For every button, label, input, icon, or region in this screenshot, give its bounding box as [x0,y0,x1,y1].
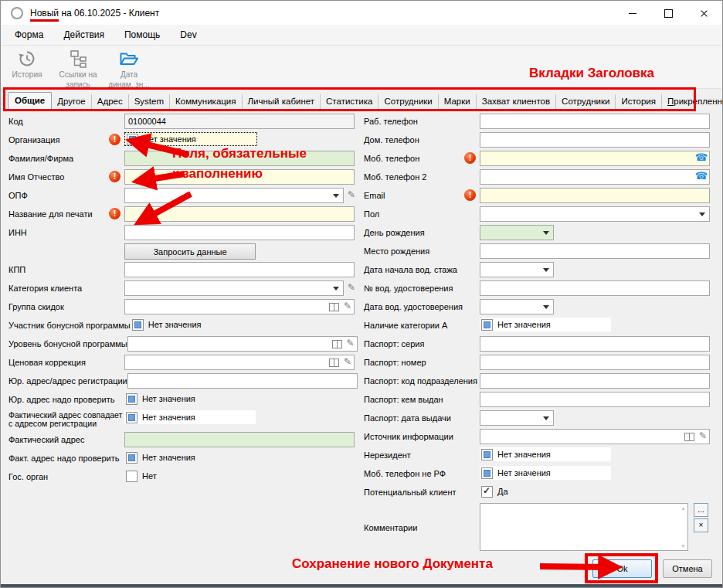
bonus-level-lookup-field[interactable] [127,336,358,352]
opf-dropdown[interactable] [124,188,344,203]
phone-icon[interactable]: ☎ [695,170,708,182]
fact-address-check-checkbox[interactable] [126,452,137,464]
tab-10[interactable]: Сотрудники [556,94,616,109]
mobile-phone-2-field[interactable] [480,169,710,185]
comments-more-button[interactable]: ... [694,503,708,517]
gov-org-checkbox[interactable] [126,471,137,482]
dropdown-arrow-icon[interactable] [543,268,549,275]
toolbar-date-dynamic-button[interactable]: Дата динам. зн... [104,46,154,89]
passport-unit-code-field[interactable] [480,373,710,389]
lookup-book-icon[interactable] [332,340,342,348]
dropdown-arrow-icon[interactable] [543,305,549,312]
fact-address-field[interactable] [124,432,355,447]
mobile-not-rf-checkbox[interactable] [481,467,493,479]
legal-address-check-checkbox[interactable] [126,393,137,405]
code-field[interactable] [124,114,355,129]
passport-number-field[interactable] [480,355,710,370]
work-phone-label: Раб. телефон [364,117,480,126]
tab-11[interactable]: История [616,94,662,109]
dropdown-arrow-icon[interactable] [543,231,549,238]
maximize-button[interactable] [650,2,686,25]
edit-pencil-icon[interactable]: ✎ [699,430,707,441]
tab-4[interactable]: Коммуникация [170,94,242,109]
tab-8[interactable]: Марки [439,94,477,109]
price-correction-lookup-field[interactable] [124,355,355,370]
fact-address-same-control: Нет значения [124,410,359,429]
ok-button[interactable]: Ok [592,559,652,578]
category-a-checkbox[interactable] [481,319,493,331]
comments-textarea[interactable]: ▲▼ [480,503,688,551]
dropdown-arrow-icon[interactable] [543,416,549,423]
edit-pencil-icon[interactable]: ✎ [347,338,355,348]
lookup-book-icon[interactable] [329,359,339,367]
nonresident-checkbox[interactable] [481,449,493,461]
client-category-dropdown[interactable] [124,280,344,296]
edit-pencil-icon[interactable]: ✎ [344,356,351,367]
driving-license-no-field[interactable] [480,280,710,296]
menu-deystviya[interactable]: Действия [53,26,114,43]
close-button[interactable] [686,2,721,25]
gov-org-checkbox-label: Нет [142,471,157,481]
organization-checkbox-area: Нет значения [124,132,257,146]
menu-dev[interactable]: Dev [170,26,206,43]
lookup-book-icon[interactable] [329,303,339,311]
info-source-lookup-field[interactable] [480,429,710,444]
gender-dropdown[interactable] [480,206,710,222]
tab-1[interactable]: Другое [52,94,92,109]
comments-clear-button[interactable]: × [694,518,708,532]
dropdown-arrow-icon[interactable] [333,287,339,294]
menu-pomosch[interactable]: Помощь [114,26,170,43]
cancel-button[interactable]: Отмена [663,559,712,578]
dropdown-arrow-icon[interactable] [699,212,705,219]
organization-checkbox[interactable] [127,134,138,145]
request-data-button[interactable]: Запросить данные [124,243,256,260]
nonresident-checkbox-label: Нет значения [497,450,551,459]
fact-address-same-checkbox[interactable] [126,412,137,423]
edit-pencil-icon[interactable]: ✎ [344,301,351,311]
birthplace-field[interactable] [480,243,710,259]
edit-pencil-icon[interactable]: ✎ [348,189,355,200]
inn-field[interactable] [124,225,355,240]
legal-address-input-wrap [127,373,358,389]
window-bottom-edge [1,584,722,587]
client-form-window: Новый на 06.10.2025 - Клиент Форма Дейст… [0,0,723,588]
scroll-up-icon[interactable]: ▲ [681,505,686,511]
tab-5[interactable]: Личный кабинет [243,94,321,109]
inn-label: ИНН [8,228,124,237]
legal-address-control [127,373,359,389]
tab-6[interactable]: Статистика [321,94,378,109]
menu-forma[interactable]: Форма [5,26,53,43]
mobile-phone-field[interactable] [480,151,710,166]
discount-group-row: Группа скидок✎ [5,299,359,314]
tab-0-active[interactable]: Общие [8,92,52,109]
passport-unit-code-label: Паспорт: код подразделения [364,376,480,386]
legal-address-field[interactable] [127,373,358,389]
minimize-button[interactable] [615,2,650,25]
home-phone-field[interactable] [480,132,710,148]
potential-client-checkbox[interactable] [481,486,493,498]
discount-group-label: Группа скидок [8,302,124,311]
email-field[interactable] [480,188,710,203]
tab-9[interactable]: Захват клиентов [477,94,556,109]
toolbar-record-links-button[interactable]: Ссылки на запись [53,46,104,89]
work-phone-field[interactable] [480,114,710,129]
discount-group-lookup-field[interactable] [124,299,355,314]
edit-pencil-icon[interactable]: ✎ [348,282,355,293]
tab-3[interactable]: System [129,94,170,109]
birthday-control [480,225,715,240]
kpp-field[interactable] [124,262,355,277]
tab-12[interactable]: Прикрепленные файлы [662,94,723,109]
passport-series-field[interactable] [480,336,710,352]
tab-7[interactable]: Сотрудники [378,94,438,109]
bonus-member-checkbox[interactable] [132,319,144,331]
toolbar-history-button[interactable]: История [2,46,53,80]
kpp-input-wrap [124,262,355,277]
tab-2[interactable]: Адрес [92,94,129,109]
mobile-phone-control: ☎ [480,151,715,166]
passport-issued-by-field[interactable] [480,392,710,407]
print-name-field[interactable] [124,206,355,222]
phone-icon[interactable]: ☎ [695,151,708,163]
dropdown-arrow-icon[interactable] [333,194,339,201]
lookup-book-icon[interactable] [684,433,694,441]
scroll-down-icon[interactable]: ▼ [681,543,686,549]
